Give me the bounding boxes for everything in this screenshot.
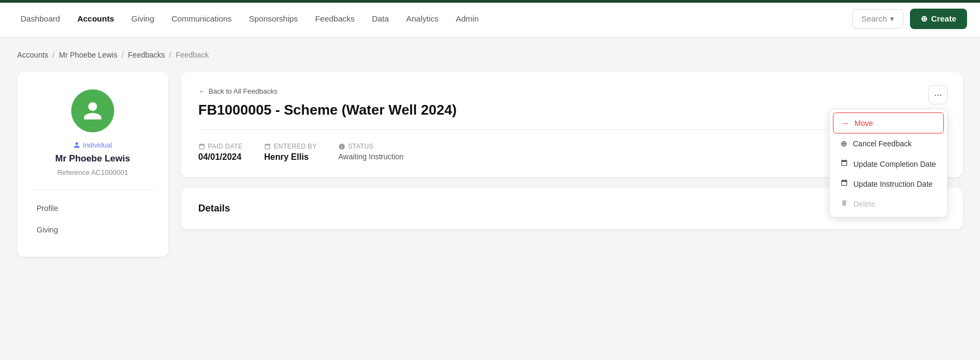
nav-item-analytics[interactable]: Analytics [399,10,446,27]
dropdown-item-move[interactable]: → Move [833,112,944,133]
content-area: Individual Mr Phoebe Lewis Reference AC1… [17,72,963,257]
breadcrumb: Accounts / Mr Phoebe Lewis / Feedbacks /… [17,51,963,59]
dropdown-item-cancel[interactable]: ⊕ Cancel Feedback [833,133,944,154]
instruction-label: Update Instruction Date [853,180,933,188]
card-divider [30,189,155,190]
entered-by-item: Entered By Henry Ellis [264,143,317,162]
left-nav-giving[interactable]: Giving [30,220,155,239]
person-icon [82,100,103,122]
move-icon: → [841,118,849,128]
delete-icon [840,199,848,208]
entered-by-label: Entered By [264,143,317,150]
completion-calendar-icon [840,159,848,168]
paid-date-item: Paid Date 04/01/2024 [198,143,242,162]
create-button[interactable]: ⊕ Create [910,9,967,29]
topbar-right: Search ▾ ⊕ Create [852,9,967,29]
breadcrumb-accounts[interactable]: Accounts [17,51,48,59]
individual-label: Individual [83,141,113,149]
more-button[interactable]: ··· [928,85,948,104]
status-label: Status [338,143,404,150]
move-label: Move [854,119,873,128]
breadcrumb-person[interactable]: Mr Phoebe Lewis [59,51,117,59]
entered-by-icon [264,143,271,150]
left-nav: Profile Giving [30,199,155,239]
completion-label: Update Completion Date [853,160,936,168]
breadcrumb-sep-1: / [53,51,55,59]
instruction-calendar-icon [840,179,848,188]
feedback-card: ← Back to All Feedbacks FB1000005 - Sche… [181,72,963,177]
breadcrumb-sep-3: / [169,51,171,59]
breadcrumb-sep-2: / [122,51,124,59]
main-nav: Dashboard Accounts Giving Communications… [13,10,852,27]
person-small-icon [73,142,80,149]
breadcrumb-current: Feedback [176,51,208,59]
status-value: Awaiting Instruction [338,152,404,161]
dropdown-item-completion[interactable]: Update Completion Date [833,154,944,174]
nav-item-communications[interactable]: Communications [164,10,239,27]
breadcrumb-feedbacks[interactable]: Feedbacks [128,51,165,59]
nav-item-feedbacks[interactable]: Feedbacks [308,10,362,27]
back-link[interactable]: ← Back to All Feedbacks [198,87,946,95]
dropdown-item-delete: Delete [833,194,944,214]
delete-label: Delete [853,200,875,208]
nav-item-sponsorships[interactable]: Sponsorships [241,10,305,27]
nav-item-accounts[interactable]: Accounts [69,10,121,27]
cancel-label: Cancel Feedback [853,139,912,148]
paid-date-value: 04/01/2024 [198,152,242,162]
avatar [71,89,114,132]
nav-item-dashboard[interactable]: Dashboard [13,10,67,27]
reference-label: Reference [57,168,89,177]
ellipsis-icon: ··· [934,89,942,101]
main-content: Accounts / Mr Phoebe Lewis / Feedbacks /… [0,38,980,270]
individual-badge: Individual [73,141,113,149]
info-icon [338,143,345,150]
arrow-left-icon: ← [198,87,205,95]
left-nav-profile[interactable]: Profile [30,199,155,218]
reference-value: AC1000001 [91,168,128,177]
nav-item-admin[interactable]: Admin [448,10,486,27]
nav-item-data[interactable]: Data [364,10,397,27]
chevron-down-icon: ▾ [890,14,894,24]
back-link-label: Back to All Feedbacks [208,87,277,95]
dropdown-item-instruction[interactable]: Update Instruction Date [833,174,944,194]
dropdown-menu: → Move ⊕ Cancel Feedback Update Completi… [829,109,948,217]
nav-item-giving[interactable]: Giving [124,10,162,27]
right-panel: ← Back to All Feedbacks FB1000005 - Sche… [181,72,963,257]
status-item: Status Awaiting Instruction [338,143,404,162]
paid-date-label: Paid Date [198,143,242,150]
cancel-icon: ⊕ [840,139,847,149]
search-button[interactable]: Search ▾ [852,9,904,29]
entered-by-value: Henry Ellis [264,152,317,162]
account-name: Mr Phoebe Lewis [55,153,130,164]
search-label: Search [861,14,887,23]
plus-circle-icon: ⊕ [921,14,928,24]
account-card: Individual Mr Phoebe Lewis Reference AC1… [17,72,168,257]
reference: Reference AC1000001 [57,168,128,177]
calendar-icon [198,143,205,150]
